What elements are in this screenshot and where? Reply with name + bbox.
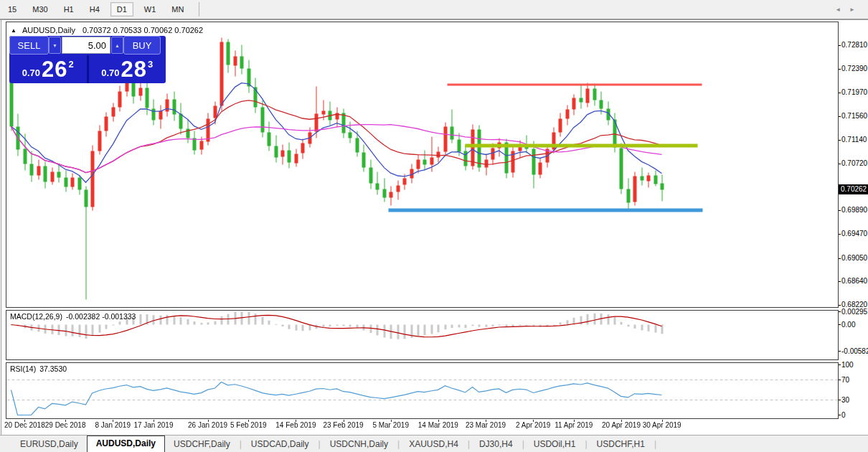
rsi-axis-label: 100 bbox=[841, 361, 854, 369]
tab-usdoil-h1[interactable]: USDOil,H1 bbox=[525, 437, 585, 452]
chevron-down-icon: ▼ bbox=[52, 43, 57, 48]
macd-axis-label: 0.00 bbox=[841, 321, 855, 329]
sell-price[interactable]: 0.70 26 2 bbox=[9, 55, 87, 83]
buy-price-big: 28 bbox=[121, 57, 147, 83]
date-axis-label: 8 Jan 2019 bbox=[95, 421, 131, 429]
volume-decrease-button[interactable]: ▼ bbox=[49, 37, 61, 54]
date-axis-tick bbox=[65, 420, 66, 422]
sell-price-pip: 2 bbox=[69, 59, 74, 70]
buy-button[interactable]: BUY bbox=[123, 36, 161, 55]
timeframe-button-w1[interactable]: W1 bbox=[139, 2, 161, 17]
axis-tick bbox=[839, 415, 841, 415]
trade-controls-row: SELL ▼ ▲ BUY bbox=[9, 36, 166, 55]
tab-scroll-left-icon[interactable]: ◄ bbox=[835, 6, 849, 13]
timeframe-toolbar: 15M30H1H4D1W1MN bbox=[0, 0, 868, 20]
axis-tick bbox=[839, 364, 841, 365]
timeframe-button-h1[interactable]: H1 bbox=[59, 2, 79, 17]
rsi-indicator-panel: RSI(14)37.3530 bbox=[6, 362, 839, 419]
date-axis-tick bbox=[533, 420, 534, 422]
timeframe-button-m30[interactable]: M30 bbox=[27, 2, 52, 17]
current-price-tag: 0.70262 bbox=[839, 184, 868, 194]
price-axis-label: 0.70720 bbox=[841, 159, 867, 167]
price-axis-label: 0.71560 bbox=[841, 112, 867, 120]
tab-eurusd-daily[interactable]: EURUSD,Daily bbox=[11, 437, 87, 452]
axis-tick bbox=[839, 210, 841, 211]
date-axis-tick bbox=[296, 420, 296, 422]
volume-input[interactable] bbox=[62, 37, 110, 54]
chart-symbol-label: AUDUSD,Daily bbox=[22, 26, 75, 34]
axis-tick bbox=[839, 324, 841, 325]
tab-dj30-h4[interactable]: DJ30,H4 bbox=[471, 437, 522, 452]
price-chart-panel: ▲ AUDUSD,Daily 0.70372 0.70533 0.70062 0… bbox=[6, 22, 839, 308]
tab-audusd-daily[interactable]: AUDUSD,Daily bbox=[87, 435, 165, 452]
tab-usdchf-h1[interactable]: USDCHF,H1 bbox=[588, 437, 654, 452]
tab-xauusd-h4[interactable]: XAUUSD,H4 bbox=[400, 437, 467, 452]
price-axis-label: 0.71970 bbox=[841, 88, 867, 96]
trade-prices-row: 0.70 26 2 0.70 28 3 bbox=[9, 55, 166, 83]
date-axis-tick bbox=[154, 420, 154, 422]
date-axis-tick bbox=[438, 420, 439, 422]
rsi-value: 37.3530 bbox=[39, 364, 67, 373]
axis-tick bbox=[839, 116, 841, 117]
date-axis-label: 5 Mar 2019 bbox=[372, 421, 409, 429]
macd-axis-label: -0.00582 bbox=[841, 347, 868, 355]
axis-tick bbox=[839, 258, 841, 259]
date-axis-label: 29 Dec 2018 bbox=[45, 421, 86, 429]
mt-trading-terminal: 15M30H1H4D1W1MN ▲ AUDUSD,Daily 0.70372 0… bbox=[0, 0, 868, 452]
timeframe-button-h4[interactable]: H4 bbox=[85, 2, 105, 17]
price-axis-label: 0.69470 bbox=[841, 230, 867, 237]
axis-tick bbox=[839, 234, 841, 235]
rsi-label: RSI(14)37.3530 bbox=[10, 364, 67, 373]
axis-tick bbox=[839, 311, 841, 312]
axis-tick bbox=[839, 380, 841, 380]
axis-tick bbox=[839, 281, 841, 282]
timeframe-button-15[interactable]: 15 bbox=[3, 2, 22, 17]
sell-price-prefix: 0.70 bbox=[22, 67, 40, 78]
price-axis-label: 0.72390 bbox=[841, 65, 867, 72]
date-axis-label: 20 Dec 2018 bbox=[4, 421, 45, 429]
symbol-tabbar: EURUSD,DailyAUDUSD,DailyUSDCHF,Daily|USD… bbox=[0, 435, 868, 452]
date-axis-tick bbox=[486, 420, 486, 422]
sell-button[interactable]: SELL bbox=[9, 36, 49, 55]
date-axis-label: 23 Mar 2019 bbox=[466, 421, 506, 429]
axis-tick bbox=[839, 164, 841, 164]
date-axis-tick bbox=[113, 420, 113, 422]
sell-price-big: 26 bbox=[42, 57, 67, 83]
date-axis-tick bbox=[208, 420, 209, 422]
macd-values: -0.002382 -0.001333 bbox=[66, 312, 136, 321]
tab-usdcad-daily[interactable]: USDCAD,Daily bbox=[242, 437, 318, 452]
buy-price-pip: 3 bbox=[148, 59, 153, 70]
date-axis-label: 14 Feb 2019 bbox=[275, 421, 316, 429]
date-axis-label: 17 Jan 2019 bbox=[133, 421, 173, 429]
date-axis-tick bbox=[621, 420, 622, 422]
buy-price[interactable]: 0.70 28 3 bbox=[89, 55, 166, 83]
axis-tick bbox=[839, 305, 841, 306]
tab-usdchf-daily[interactable]: USDCHF,Daily bbox=[165, 437, 239, 452]
chart-ohlc-values: 0.70372 0.70533 0.70062 0.70262 bbox=[82, 26, 203, 34]
tab-usdcnh-daily[interactable]: USDCNH,Daily bbox=[321, 437, 397, 452]
price-axis-label: 0.69890 bbox=[841, 206, 867, 214]
tab-scroll-right-icon[interactable]: ► bbox=[849, 6, 864, 13]
timeframe-button-d1[interactable]: D1 bbox=[110, 2, 133, 17]
axis-tick bbox=[839, 93, 841, 93]
macd-axis-label: 0.002957 bbox=[841, 308, 868, 316]
collapse-panel-icon[interactable]: ▲ bbox=[11, 27, 16, 34]
price-axis-label: 0.72810 bbox=[841, 41, 867, 49]
price-axis-label: 0.69050 bbox=[841, 254, 867, 262]
macd-indicator-panel: MACD(12,26,9)-0.002382 -0.001333 bbox=[6, 310, 839, 360]
date-axis-tick bbox=[391, 420, 392, 422]
window-frame-edge bbox=[1, 20, 1, 435]
date-axis-label: 5 Feb 2019 bbox=[230, 421, 267, 429]
date-axis-label: 14 Mar 2019 bbox=[418, 421, 458, 429]
axis-tick bbox=[839, 69, 841, 70]
date-axis-label: 11 Apr 2019 bbox=[555, 421, 593, 429]
date-axis-label: 23 Feb 2019 bbox=[323, 421, 363, 429]
date-axis-label: 20 Apr 2019 bbox=[602, 421, 641, 429]
volume-increase-button[interactable]: ▲ bbox=[111, 37, 123, 54]
axis-tick bbox=[839, 45, 841, 46]
price-axis-label: 0.68640 bbox=[841, 277, 867, 285]
macd-label: MACD(12,26,9)-0.002382 -0.001333 bbox=[10, 312, 136, 321]
toolbar-separator bbox=[199, 2, 199, 17]
timeframe-button-mn[interactable]: MN bbox=[166, 2, 189, 17]
rsi-canvas[interactable] bbox=[6, 363, 838, 418]
